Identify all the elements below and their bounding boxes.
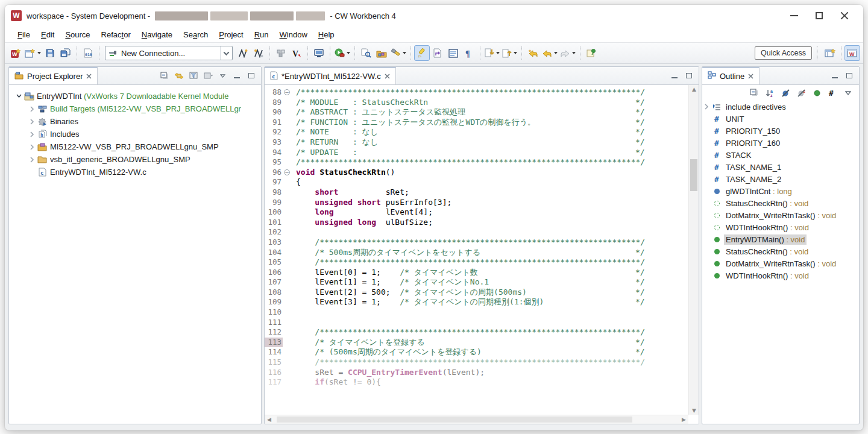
code-line-117[interactable]: 117 if(sRet != 0){ <box>265 377 688 388</box>
code-line-112[interactable]: 112 /***********************************… <box>265 327 688 338</box>
outline-item-wdtinthookrtn[interactable]: WDTIntHookRtn() : void <box>702 221 859 233</box>
save-button[interactable] <box>42 45 58 61</box>
last-edit-button[interactable] <box>430 45 445 61</box>
combo-dropdown-button[interactable] <box>220 46 232 60</box>
outline-item-dotmatrix_writertntask[interactable]: DotMatrix_WriteRtnTask() : void <box>702 257 859 269</box>
code-line-97[interactable]: 97{ <box>265 177 688 187</box>
dropdown-arrow-icon[interactable] <box>514 52 517 54</box>
filters-icon[interactable] <box>187 70 200 82</box>
outline-item-priority_150[interactable]: #PRIORITY_150 <box>702 125 859 137</box>
outline-item-unit[interactable]: #UNIT <box>702 113 859 125</box>
code-line-91[interactable]: 91/* FUNCTION : ユニットステータスの監視とWDTの制御を行う。*… <box>265 118 688 128</box>
forward-button[interactable] <box>559 45 577 61</box>
code-line-94[interactable]: 94/* UPDATE :*/ <box>265 148 688 158</box>
code-line-100[interactable]: 100 long lEvent[4]; <box>265 207 688 218</box>
code-line-103[interactable]: 103 /***********************************… <box>265 237 688 248</box>
tab-editor-file[interactable]: c *EntryWDTInt_MI5122-VW.c <box>265 67 396 84</box>
hide-fields-icon[interactable] <box>779 87 791 99</box>
view-menu-icon[interactable] <box>216 70 228 82</box>
vertical-scrollbar[interactable]: ▲ ▼ <box>688 85 699 415</box>
menu-refactor[interactable]: Refactor <box>96 28 136 41</box>
fold-collapse-icon[interactable]: – <box>283 168 292 178</box>
outline-item-stack[interactable]: #STACK <box>702 149 859 161</box>
menu-window[interactable]: Window <box>274 28 313 41</box>
close-editor-icon[interactable] <box>385 74 390 79</box>
pin-editor-button[interactable] <box>583 45 599 61</box>
show-whitespace-button[interactable]: ¶ <box>461 45 477 61</box>
new-cw-wizard-button[interactable]: W <box>8 45 24 61</box>
dropdown-arrow-icon[interactable] <box>572 52 576 54</box>
code-line-102[interactable]: 102 <box>265 227 688 237</box>
outline-item-wdtinthookrtn[interactable]: WDTIntHookRtn() : void <box>702 269 859 281</box>
outline-item-includedirectives[interactable]: include directives <box>702 101 859 113</box>
code-area[interactable]: 88–/************************************… <box>265 85 688 415</box>
last-edit-location-button[interactable] <box>525 45 541 61</box>
dropdown-arrow-icon[interactable] <box>37 52 41 54</box>
hide-macros-icon[interactable]: # <box>826 87 838 99</box>
collapsed-chevron-icon[interactable] <box>27 157 37 163</box>
menu-navigate[interactable]: Navigate <box>136 28 178 41</box>
prev-annotation-button[interactable] <box>501 45 518 61</box>
horizontal-scrollbar[interactable]: ◀ ▶ <box>265 415 688 424</box>
tree-item-entrywdtint[interactable]: EntryWDTInt (VxWorks 7 Downloadable Kern… <box>9 90 261 102</box>
flashlight-search-button[interactable] <box>389 45 407 61</box>
new-connection-combo[interactable]: New Connection... <box>105 46 233 60</box>
open-resource-button[interactable] <box>374 45 389 61</box>
minimize-view-button[interactable] <box>231 70 243 82</box>
tree-item-vsb_itl_generic_broadwellgnu_smp[interactable]: vsb_itl_generic_BROADWELLgnu_SMP <box>9 153 261 166</box>
vxworks-v-button[interactable]: V <box>289 45 304 61</box>
menu-search[interactable]: Search <box>178 28 213 41</box>
scroll-right-icon[interactable]: ▶ <box>682 417 686 423</box>
search-file-button[interactable] <box>358 45 374 61</box>
maximize-button[interactable] <box>807 7 832 25</box>
code-line-110[interactable]: 110 <box>265 307 688 318</box>
collapsed-chevron-icon[interactable] <box>702 104 711 110</box>
code-line-104[interactable]: 104 /* 500ms周期のタイマイベントをセットする*/ <box>265 248 688 258</box>
outline-item-entrywdtmain[interactable]: EntryWDTMain() : void <box>702 233 859 245</box>
code-line-107[interactable]: 107 lEvent[1] = 1; /* タイマイベントNo.1*/ <box>265 277 688 288</box>
code-line-114[interactable]: 114 /* (500ms周期のタイマイベントを登録する)*/ <box>265 347 688 357</box>
back-button[interactable] <box>541 45 559 61</box>
new-wizard-button[interactable] <box>24 45 42 61</box>
tree-item-build[interactable]: Build Targets (MI5122-VW_VSB_PRJ_BROADWE… <box>9 102 261 115</box>
code-line-93[interactable]: 93/* RETURN : なし*/ <box>265 137 688 148</box>
terminal-button[interactable] <box>311 45 327 61</box>
build-button[interactable] <box>273 45 289 61</box>
collapsed-chevron-icon[interactable] <box>27 144 37 150</box>
show-public-icon[interactable] <box>811 87 823 99</box>
dropdown-arrow-icon[interactable] <box>554 52 558 54</box>
tab-outline[interactable]: Outline <box>702 67 760 84</box>
code-line-115[interactable]: 115 /***********************************… <box>265 357 688 368</box>
tab-project-explorer[interactable]: Project Explorer <box>9 67 98 84</box>
close-view-icon[interactable] <box>86 74 92 79</box>
collapsed-chevron-icon[interactable] <box>27 119 37 125</box>
quick-access-box[interactable]: Quick Access <box>755 46 812 60</box>
menu-edit[interactable]: Edit <box>36 28 60 41</box>
outline-item-task_name_1[interactable]: #TASK_NAME_1 <box>702 161 859 173</box>
outline-item-statuscheckrtn[interactable]: StatusCheckRtn() : void <box>702 197 859 209</box>
dropdown-arrow-icon[interactable] <box>403 52 406 54</box>
code-line-106[interactable]: 106 lEvent[0] = 1; /* タイマイベント数*/ <box>265 268 688 278</box>
open-perspective-button[interactable] <box>822 45 838 61</box>
outline-item-priority_160[interactable]: #PRIORITY_160 <box>702 137 859 149</box>
code-line-113[interactable]: 113 /* タイマイベントを登録する*/ <box>265 338 688 348</box>
code-line-92[interactable]: 92/* NOTE : なし*/ <box>265 127 688 137</box>
code-line-108[interactable]: 108 lEvent[2] = 500; /* タイマイベントの周期(500ms… <box>265 288 688 298</box>
tree-item-entrywdtint_mi5122-vwc[interactable]: cEntryWDTInt_MI5122-VW.c <box>9 166 261 178</box>
scroll-up-icon[interactable]: ▲ <box>692 86 696 92</box>
tree-item-includes[interactable]: hIncludes <box>9 128 261 140</box>
run-button[interactable] <box>333 45 351 61</box>
hide-static-icon[interactable]: s <box>795 87 807 99</box>
menu-project[interactable]: Project <box>213 28 248 41</box>
maximize-view-button[interactable] <box>843 70 855 82</box>
cpp-perspective-button[interactable]: W <box>844 45 860 61</box>
vertical-scroll-thumb[interactable] <box>690 159 697 191</box>
code-line-105[interactable]: 105 /***********************************… <box>265 257 688 268</box>
fold-collapse-icon[interactable]: – <box>283 87 292 98</box>
scroll-down-icon[interactable]: ▼ <box>692 407 696 414</box>
tree-item-binaries[interactable]: Binaries <box>9 115 261 128</box>
dropdown-arrow-icon[interactable] <box>496 52 500 54</box>
collapsed-chevron-icon[interactable] <box>27 131 37 137</box>
next-annotation-button[interactable] <box>483 45 501 61</box>
code-line-89[interactable]: 89/* MODULE : StatusCheckRtn*/ <box>265 98 688 108</box>
